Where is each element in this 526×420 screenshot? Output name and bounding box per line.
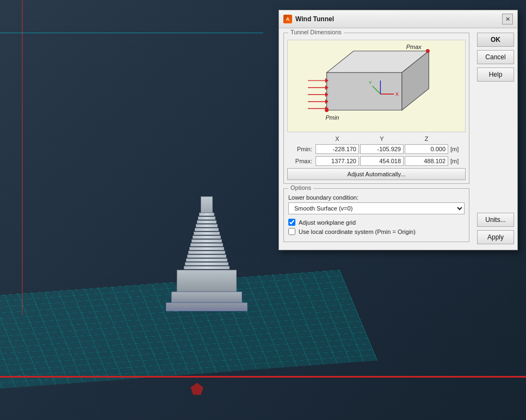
svg-marker-1 bbox=[327, 72, 402, 110]
app-icon: A bbox=[283, 15, 292, 23]
dialog-button-panel: OK Cancel Help Units... Apply bbox=[474, 28, 517, 250]
title-text: Wind Tunnel bbox=[295, 15, 334, 23]
wind-tunnel-dialog: A Wind Tunnel ✕ Tunnel Dimensions bbox=[279, 10, 518, 250]
dialog-titlebar: A Wind Tunnel ✕ bbox=[279, 10, 517, 28]
local-coord-label: Use local coordinate system (Pmin = Orig… bbox=[299, 228, 416, 235]
tunnel-dimensions-label: Tunnel Dimensions bbox=[288, 29, 344, 35]
tunnel-svg: X Y Pmax Pmin bbox=[288, 40, 465, 132]
pmax-y-input[interactable] bbox=[360, 156, 404, 166]
dialog-body: Tunnel Dimensions bbox=[279, 28, 517, 250]
svg-text:Y: Y bbox=[369, 80, 372, 85]
building-base bbox=[177, 270, 237, 292]
y-header: Y bbox=[360, 135, 404, 142]
svg-text:Pmin: Pmin bbox=[326, 114, 339, 121]
lower-boundary-dropdown[interactable]: Smooth Surface (v=0) bbox=[288, 202, 465, 214]
red-line-left bbox=[22, 0, 23, 315]
pmax-label: Pmax: bbox=[287, 158, 314, 164]
tunnel-diagram: X Y Pmax Pmin bbox=[287, 40, 466, 132]
dialog-title: A Wind Tunnel bbox=[283, 15, 334, 23]
adjust-workplane-label: Adjust workplane grid bbox=[299, 219, 356, 226]
tunnel-dimensions-group: Tunnel Dimensions bbox=[283, 33, 469, 184]
options-label: Options bbox=[288, 184, 313, 191]
building-model bbox=[174, 196, 239, 311]
cyan-line-top bbox=[0, 33, 263, 33]
pmin-y-input[interactable] bbox=[360, 144, 404, 154]
svg-text:X: X bbox=[395, 91, 399, 97]
svg-point-21 bbox=[325, 108, 329, 112]
options-group: Options Lower boundary condition: Smooth… bbox=[283, 188, 469, 242]
pmin-z-input[interactable] bbox=[405, 144, 448, 154]
red-baseline bbox=[0, 376, 526, 378]
svg-text:Pmax: Pmax bbox=[406, 44, 422, 50]
building-podium bbox=[171, 292, 242, 302]
close-button[interactable]: ✕ bbox=[502, 14, 513, 24]
pmax-z-input[interactable] bbox=[405, 156, 448, 166]
lower-boundary-label: Lower boundary condition: bbox=[288, 194, 465, 201]
pmax-row: Pmax: [m] bbox=[287, 156, 466, 166]
dialog-main-content: Tunnel Dimensions bbox=[279, 28, 474, 250]
pmin-x-input[interactable] bbox=[315, 144, 359, 154]
3d-viewport: ⬟ A Wind Tunnel ✕ Tunnel Dimensions bbox=[0, 0, 526, 420]
svg-point-19 bbox=[426, 49, 430, 53]
pmax-unit: [m] bbox=[449, 158, 466, 164]
apply-button[interactable]: Apply bbox=[477, 230, 514, 244]
building-top bbox=[201, 196, 213, 213]
z-header: Z bbox=[405, 135, 448, 142]
local-coord-checkbox[interactable] bbox=[288, 228, 295, 235]
cancel-button[interactable]: Cancel bbox=[477, 50, 514, 64]
compass-arrow: ⬟ bbox=[190, 380, 203, 398]
adjust-workplane-row: Adjust workplane grid bbox=[288, 219, 465, 226]
x-header: X bbox=[315, 135, 359, 142]
building-floors bbox=[184, 213, 230, 270]
ok-button[interactable]: OK bbox=[477, 33, 514, 47]
pmin-label: Pmin: bbox=[287, 146, 314, 152]
pmax-x-input[interactable] bbox=[315, 156, 359, 166]
coord-headers: X Y Z bbox=[287, 135, 466, 142]
help-button[interactable]: Help bbox=[477, 67, 514, 82]
adjust-workplane-checkbox[interactable] bbox=[288, 219, 295, 226]
adjust-automatically-button[interactable]: Adjust Automatically... bbox=[287, 168, 466, 180]
pmin-unit: [m] bbox=[449, 146, 466, 152]
local-coord-row: Use local coordinate system (Pmin = Orig… bbox=[288, 228, 465, 235]
dropdown-row: Smooth Surface (v=0) bbox=[288, 202, 465, 214]
options-body: Lower boundary condition: Smooth Surface… bbox=[284, 189, 469, 242]
units-button[interactable]: Units... bbox=[477, 213, 514, 227]
pmin-row: Pmin: [m] bbox=[287, 144, 466, 154]
building-foundation bbox=[166, 302, 247, 311]
